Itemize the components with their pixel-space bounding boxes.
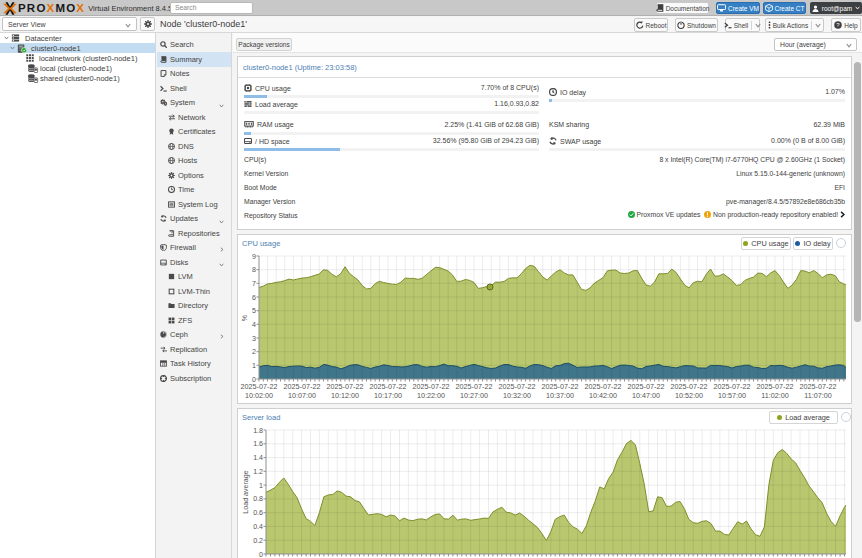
svg-text:0.8: 0.8 [253,495,263,503]
svg-text:2025-07-22: 2025-07-22 [241,382,278,391]
svg-text:10:27:00: 10:27:00 [460,391,488,400]
svg-text:1.6: 1.6 [253,440,263,448]
svg-text:0.6: 0.6 [253,509,263,517]
svg-text:10:17:00: 10:17:00 [374,391,402,400]
svg-text:2025-07-22: 2025-07-22 [628,382,665,391]
svg-text:2025-07-22: 2025-07-22 [284,382,321,391]
svg-text:10:32:00: 10:32:00 [503,391,531,400]
svg-text:2025-07-22: 2025-07-22 [456,382,493,391]
svg-text:7: 7 [252,280,256,288]
svg-text:9: 9 [252,253,256,261]
svg-text:1.8: 1.8 [253,427,263,435]
svg-text:1.2: 1.2 [253,468,263,476]
svg-text:0.2: 0.2 [253,537,263,545]
svg-text:1: 1 [252,362,256,370]
svg-text:1: 1 [259,482,263,490]
svg-text:11:02:00: 11:02:00 [761,391,788,400]
svg-text:10:52:00: 10:52:00 [675,391,703,400]
svg-text:3: 3 [252,335,256,343]
svg-text:0.4: 0.4 [253,523,263,531]
svg-text:2025-07-22: 2025-07-22 [499,382,536,391]
svg-text:2: 2 [252,348,256,356]
svg-text:10:12:00: 10:12:00 [331,391,359,400]
svg-text:4: 4 [252,321,256,329]
svg-text:2025-07-22: 2025-07-22 [671,382,708,391]
svg-text:2025-07-22: 2025-07-22 [714,382,751,391]
svg-text:10:22:00: 10:22:00 [417,391,445,400]
svg-text:2025-07-22: 2025-07-22 [585,382,622,391]
svg-text:2025-07-22: 2025-07-22 [757,382,794,391]
svg-text:2025-07-22: 2025-07-22 [800,382,837,391]
svg-text:2025-07-22: 2025-07-22 [327,382,364,391]
svg-text:2025-07-22: 2025-07-22 [542,382,579,391]
svg-text:2025-07-22: 2025-07-22 [413,382,450,391]
svg-text:10:07:00: 10:07:00 [288,391,316,400]
svg-text:11:07:00: 11:07:00 [804,391,831,400]
svg-text:2025-07-22: 2025-07-22 [370,382,407,391]
svg-text:1.4: 1.4 [253,454,263,462]
svg-text:10:57:00: 10:57:00 [718,391,746,400]
svg-text:%: % [241,314,249,321]
svg-text:10:47:00: 10:47:00 [632,391,660,400]
svg-text:8: 8 [252,266,256,274]
svg-text:Load average: Load average [242,470,250,513]
svg-text:10:42:00: 10:42:00 [589,391,617,400]
svg-text:10:37:00: 10:37:00 [546,391,574,400]
svg-text:5: 5 [252,307,256,315]
svg-text:6: 6 [252,294,256,302]
svg-text:10:02:00: 10:02:00 [245,391,273,400]
svg-text:0: 0 [259,551,263,558]
